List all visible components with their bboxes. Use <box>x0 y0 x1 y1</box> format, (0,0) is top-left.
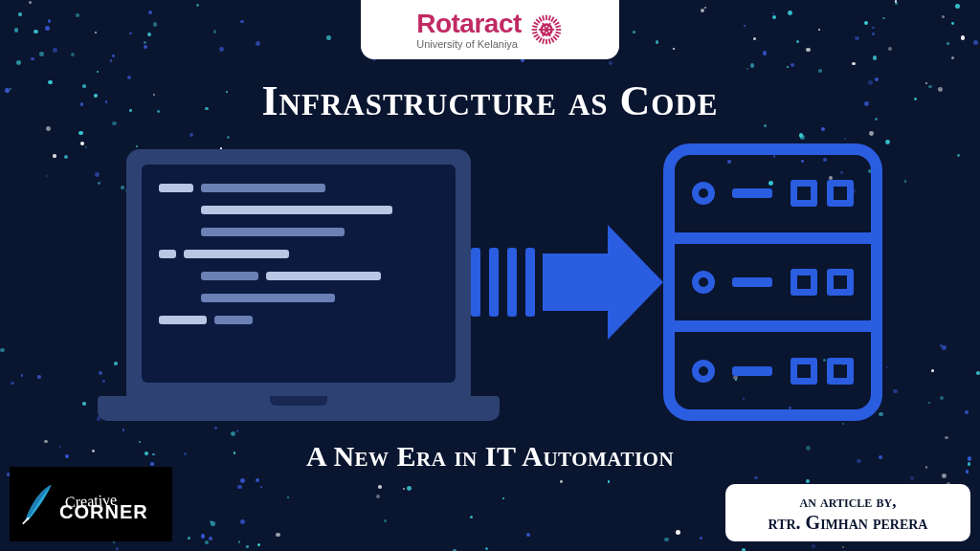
svg-line-2 <box>555 33 560 33</box>
rotary-gear-icon <box>529 12 564 47</box>
svg-line-24 <box>555 26 560 27</box>
svg-line-20 <box>548 15 549 20</box>
creative-corner-badge: Creative CORNER <box>10 467 172 541</box>
brand-logo-card: Rotaract University of Kelaniya <box>361 0 619 59</box>
server-rack-icon <box>663 143 882 421</box>
svg-line-12 <box>532 33 537 33</box>
author-byline-card: an article by, rtr. Gimhan perera <box>725 484 970 541</box>
svg-line-18 <box>543 15 544 20</box>
svg-line-21 <box>551 17 554 22</box>
svg-line-14 <box>532 26 537 27</box>
svg-line-6 <box>548 39 549 44</box>
svg-line-8 <box>543 39 544 44</box>
svg-line-15 <box>534 22 539 25</box>
svg-line-4 <box>553 36 557 40</box>
code-screen <box>142 165 456 383</box>
svg-line-23 <box>554 22 559 25</box>
page-title: Infrastructure as Code <box>0 77 980 125</box>
brand-name: Rotaract <box>416 11 522 37</box>
byline-prefix: an article by, <box>799 493 896 512</box>
svg-line-11 <box>534 34 539 37</box>
hero-illustration <box>98 134 882 430</box>
brand-logo-text: Rotaract University of Kelaniya <box>416 11 522 50</box>
laptop-icon <box>98 143 480 421</box>
byline-author: rtr. Gimhan perera <box>768 512 928 534</box>
svg-line-22 <box>553 19 557 23</box>
svg-line-16 <box>536 19 540 23</box>
svg-line-17 <box>539 17 542 22</box>
svg-line-3 <box>554 34 559 37</box>
svg-line-10 <box>536 36 540 40</box>
svg-line-9 <box>539 38 542 43</box>
feather-quill-icon <box>19 483 56 525</box>
transfer-arrow-icon <box>471 225 663 340</box>
brand-subtitle: University of Kelaniya <box>416 39 518 50</box>
svg-line-5 <box>551 38 554 43</box>
